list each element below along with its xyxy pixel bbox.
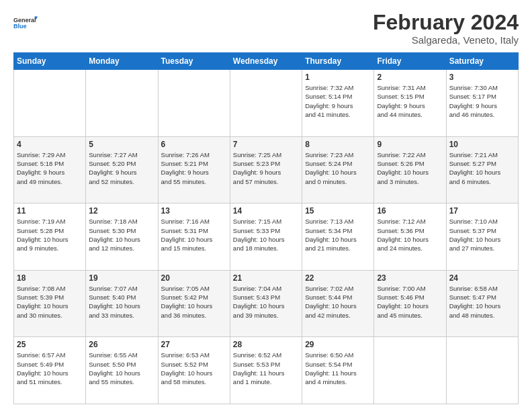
- calendar-cell: 20Sunrise: 7:05 AMSunset: 5:42 PMDayligh…: [158, 270, 230, 337]
- calendar-cell: 23Sunrise: 7:00 AMSunset: 5:46 PMDayligh…: [374, 270, 446, 337]
- day-info: Sunrise: 6:53 AMSunset: 5:52 PMDaylight:…: [161, 351, 227, 386]
- day-info: Sunrise: 7:12 AMSunset: 5:36 PMDaylight:…: [377, 217, 443, 253]
- calendar-cell: [374, 337, 446, 404]
- day-info: Sunrise: 7:00 AMSunset: 5:46 PMDaylight:…: [377, 284, 443, 320]
- day-number: 13: [161, 206, 227, 216]
- calendar-cell: [446, 337, 518, 404]
- day-info: Sunrise: 7:16 AMSunset: 5:31 PMDaylight:…: [161, 217, 227, 253]
- day-number: 28: [233, 340, 299, 349]
- day-number: 11: [17, 206, 83, 216]
- day-info: Sunrise: 7:08 AMSunset: 5:39 PMDaylight:…: [17, 284, 83, 320]
- logo-svg: General Blue: [13, 11, 38, 35]
- day-number: 8: [305, 140, 371, 149]
- calendar-cell: 17Sunrise: 7:10 AMSunset: 5:37 PMDayligh…: [446, 203, 518, 271]
- calendar-cell: 8Sunrise: 7:23 AMSunset: 5:24 PMDaylight…: [302, 136, 374, 203]
- day-number: 19: [89, 273, 154, 283]
- col-header-friday: Friday: [374, 53, 446, 70]
- calendar-cell: 6Sunrise: 7:26 AMSunset: 5:21 PMDaylight…: [158, 136, 230, 203]
- calendar-cell: [14, 70, 86, 137]
- day-number: 2: [377, 73, 443, 82]
- col-header-thursday: Thursday: [302, 53, 374, 70]
- calendar-cell: 9Sunrise: 7:22 AMSunset: 5:26 PMDaylight…: [374, 136, 446, 203]
- day-number: 6: [161, 140, 227, 149]
- title-block: February 2024 Salgareda, Veneto, Italy: [373, 11, 519, 46]
- page: General Blue February 2024 Salgareda, Ve…: [0, 0, 532, 411]
- calendar-cell: 18Sunrise: 7:08 AMSunset: 5:39 PMDayligh…: [14, 270, 86, 337]
- col-header-wednesday: Wednesday: [230, 53, 302, 70]
- day-number: 9: [377, 140, 443, 149]
- calendar-cell: 27Sunrise: 6:53 AMSunset: 5:52 PMDayligh…: [158, 337, 230, 404]
- calendar-week-row: 25Sunrise: 6:57 AMSunset: 5:49 PMDayligh…: [14, 337, 519, 404]
- day-number: 24: [449, 273, 515, 283]
- day-info: Sunrise: 7:15 AMSunset: 5:33 PMDaylight:…: [233, 217, 299, 253]
- day-number: 29: [305, 340, 371, 349]
- day-number: 22: [305, 273, 371, 283]
- day-info: Sunrise: 7:07 AMSunset: 5:40 PMDaylight:…: [89, 284, 154, 320]
- day-number: 10: [449, 140, 515, 149]
- day-number: 18: [17, 273, 83, 283]
- day-info: Sunrise: 7:27 AMSunset: 5:20 PMDaylight:…: [89, 150, 154, 186]
- calendar-cell: 12Sunrise: 7:18 AMSunset: 5:30 PMDayligh…: [86, 203, 158, 271]
- day-number: 14: [233, 206, 299, 216]
- day-info: Sunrise: 7:18 AMSunset: 5:30 PMDaylight:…: [89, 217, 154, 253]
- day-info: Sunrise: 6:57 AMSunset: 5:49 PMDaylight:…: [17, 351, 83, 386]
- day-number: 5: [89, 140, 154, 149]
- calendar-cell: [230, 70, 302, 137]
- calendar-table: SundayMondayTuesdayWednesdayThursdayFrid…: [13, 52, 519, 404]
- calendar-week-row: 11Sunrise: 7:19 AMSunset: 5:28 PMDayligh…: [14, 203, 519, 271]
- day-number: 7: [233, 140, 299, 149]
- day-number: 15: [305, 206, 371, 216]
- day-info: Sunrise: 7:30 AMSunset: 5:17 PMDaylight:…: [449, 83, 515, 119]
- calendar-cell: 29Sunrise: 6:50 AMSunset: 5:54 PMDayligh…: [302, 337, 374, 404]
- calendar-cell: 21Sunrise: 7:04 AMSunset: 5:43 PMDayligh…: [230, 270, 302, 337]
- day-number: 27: [161, 340, 227, 349]
- day-info: Sunrise: 6:50 AMSunset: 5:54 PMDaylight:…: [305, 351, 371, 386]
- calendar-cell: 4Sunrise: 7:29 AMSunset: 5:18 PMDaylight…: [14, 136, 86, 203]
- day-number: 16: [377, 206, 443, 216]
- day-number: 20: [161, 273, 227, 283]
- calendar-cell: 10Sunrise: 7:21 AMSunset: 5:27 PMDayligh…: [446, 136, 518, 203]
- day-number: 23: [377, 273, 443, 283]
- day-number: 1: [305, 73, 371, 82]
- subtitle: Salgareda, Veneto, Italy: [373, 34, 519, 46]
- day-info: Sunrise: 7:04 AMSunset: 5:43 PMDaylight:…: [233, 284, 299, 320]
- day-info: Sunrise: 7:19 AMSunset: 5:28 PMDaylight:…: [17, 217, 83, 253]
- calendar-header: SundayMondayTuesdayWednesdayThursdayFrid…: [14, 53, 519, 70]
- day-info: Sunrise: 7:31 AMSunset: 5:15 PMDaylight:…: [377, 83, 443, 119]
- day-number: 4: [17, 140, 83, 149]
- calendar-body: 1Sunrise: 7:32 AMSunset: 5:14 PMDaylight…: [14, 70, 519, 404]
- calendar-week-row: 4Sunrise: 7:29 AMSunset: 5:18 PMDaylight…: [14, 136, 519, 203]
- day-number: 17: [449, 206, 515, 216]
- svg-text:Blue: Blue: [13, 23, 27, 30]
- col-header-tuesday: Tuesday: [158, 53, 230, 70]
- calendar-week-row: 1Sunrise: 7:32 AMSunset: 5:14 PMDaylight…: [14, 70, 519, 137]
- header-row: SundayMondayTuesdayWednesdayThursdayFrid…: [14, 53, 519, 70]
- day-info: Sunrise: 7:10 AMSunset: 5:37 PMDaylight:…: [449, 217, 515, 253]
- calendar-cell: 5Sunrise: 7:27 AMSunset: 5:20 PMDaylight…: [86, 136, 158, 203]
- calendar-cell: 26Sunrise: 6:55 AMSunset: 5:50 PMDayligh…: [86, 337, 158, 404]
- day-number: 21: [233, 273, 299, 283]
- calendar-cell: 2Sunrise: 7:31 AMSunset: 5:15 PMDaylight…: [374, 70, 446, 137]
- day-number: 3: [449, 73, 515, 82]
- calendar-cell: [86, 70, 158, 137]
- calendar-cell: 28Sunrise: 6:52 AMSunset: 5:53 PMDayligh…: [230, 337, 302, 404]
- col-header-saturday: Saturday: [446, 53, 518, 70]
- logo: General Blue: [13, 11, 38, 35]
- calendar-cell: 24Sunrise: 6:58 AMSunset: 5:47 PMDayligh…: [446, 270, 518, 337]
- day-info: Sunrise: 7:25 AMSunset: 5:23 PMDaylight:…: [233, 150, 299, 186]
- day-info: Sunrise: 7:29 AMSunset: 5:18 PMDaylight:…: [17, 150, 83, 186]
- calendar-cell: 3Sunrise: 7:30 AMSunset: 5:17 PMDaylight…: [446, 70, 518, 137]
- col-header-sunday: Sunday: [14, 53, 86, 70]
- calendar-week-row: 18Sunrise: 7:08 AMSunset: 5:39 PMDayligh…: [14, 270, 519, 337]
- day-info: Sunrise: 7:26 AMSunset: 5:21 PMDaylight:…: [161, 150, 227, 186]
- day-info: Sunrise: 7:23 AMSunset: 5:24 PMDaylight:…: [305, 150, 371, 186]
- day-info: Sunrise: 7:21 AMSunset: 5:27 PMDaylight:…: [449, 150, 515, 186]
- calendar-cell: 16Sunrise: 7:12 AMSunset: 5:36 PMDayligh…: [374, 203, 446, 271]
- calendar-cell: 13Sunrise: 7:16 AMSunset: 5:31 PMDayligh…: [158, 203, 230, 271]
- day-info: Sunrise: 6:52 AMSunset: 5:53 PMDaylight:…: [233, 351, 299, 386]
- day-info: Sunrise: 7:22 AMSunset: 5:26 PMDaylight:…: [377, 150, 443, 186]
- day-number: 12: [89, 206, 154, 216]
- day-info: Sunrise: 6:58 AMSunset: 5:47 PMDaylight:…: [449, 284, 515, 320]
- day-number: 26: [89, 340, 154, 349]
- day-info: Sunrise: 7:13 AMSunset: 5:34 PMDaylight:…: [305, 217, 371, 253]
